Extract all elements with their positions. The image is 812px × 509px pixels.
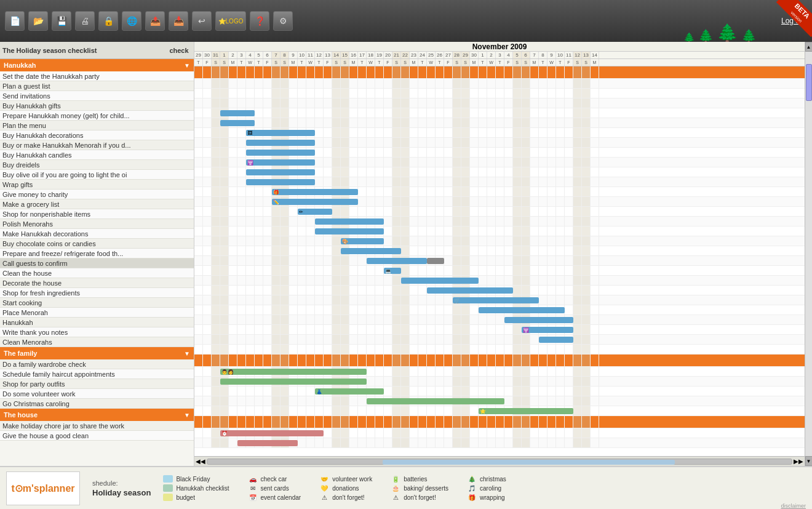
list-item[interactable]: Write thank you notes xyxy=(0,327,194,337)
list-item[interactable]: Set the date the Hanukkah party xyxy=(0,71,194,81)
gantt-cell xyxy=(324,396,332,406)
list-item[interactable]: Clean the house xyxy=(0,268,194,278)
list-item[interactable]: Shop for nonperishable items xyxy=(0,209,194,219)
app-logo[interactable]: t⊙m'splanner xyxy=(6,471,80,505)
gantt-cell xyxy=(418,325,427,334)
scroll-right-btn[interactable]: ▶▶ xyxy=(794,458,803,465)
settings-icon[interactable]: ⚙ xyxy=(273,11,293,31)
save-icon[interactable]: 💾 xyxy=(52,11,71,31)
list-item[interactable]: Buy or make Hanukkah Menorah if you d... xyxy=(0,140,194,150)
open-icon[interactable]: 📂 xyxy=(28,11,48,31)
list-item[interactable]: Buy dreidels xyxy=(0,160,194,170)
scroll-left-btn[interactable]: ◀◀ xyxy=(196,458,205,465)
list-item[interactable]: Wrap gifts xyxy=(0,180,194,190)
list-item[interactable]: Shop for fresh ingredients xyxy=(0,288,194,298)
gantt-cell xyxy=(410,66,418,78)
gantt-cell xyxy=(358,89,367,98)
gantt-cell xyxy=(444,377,453,386)
list-item[interactable]: Prepare Hanukkah money (gelt) for child.… xyxy=(0,111,194,121)
gantt-cell xyxy=(496,387,504,396)
gantt-bar xyxy=(220,379,367,385)
horizontal-scrollbar[interactable]: ◀◀ ▶▶ xyxy=(194,456,805,466)
legend-label: sent cards xyxy=(261,485,289,492)
gantt-cell xyxy=(573,345,582,354)
disclaimer-link[interactable]: disclaimer xyxy=(781,503,806,509)
gantt-cell xyxy=(556,377,565,386)
scroll-thumb[interactable] xyxy=(383,460,675,465)
section-family[interactable]: The family ▼ xyxy=(0,347,194,359)
print-icon[interactable]: 🖨 xyxy=(75,11,95,31)
gantt-cell xyxy=(565,396,573,406)
export-icon[interactable]: 📤 xyxy=(145,11,165,31)
list-item[interactable]: Prepare and freeze/ refrigerate food th.… xyxy=(0,249,194,259)
day-number-cell: 9 xyxy=(547,52,556,58)
gantt-cell xyxy=(324,416,332,428)
new-icon[interactable]: 📄 xyxy=(5,11,25,31)
gantt-cell xyxy=(591,377,599,386)
list-item[interactable]: Place Menorah xyxy=(0,308,194,318)
list-item[interactable]: Buy Hanukkah gifts xyxy=(0,101,194,111)
handshake-icon: 🤝 xyxy=(319,475,329,483)
help-icon[interactable]: ❓ xyxy=(250,11,269,31)
gantt-cell xyxy=(332,79,341,88)
gantt-cell xyxy=(410,438,418,447)
scroll-thumb[interactable] xyxy=(806,64,812,101)
day-number-cell: 16 xyxy=(349,52,358,58)
gantt-cell xyxy=(332,256,341,265)
section-hanukkah[interactable]: Hanukkah ▼ xyxy=(0,59,194,71)
gantt-cell xyxy=(556,158,565,167)
list-item[interactable]: Buy olive oil if you are going to light … xyxy=(0,170,194,180)
list-item[interactable]: Polish Menorahs xyxy=(0,219,194,229)
gantt-cell xyxy=(281,345,289,354)
import-icon[interactable]: 📥 xyxy=(169,11,188,31)
gantt-cell xyxy=(547,266,556,275)
gantt-cell xyxy=(573,276,582,285)
list-item[interactable]: Go Christmas caroling xyxy=(0,399,194,409)
list-item[interactable]: Make a grocery list xyxy=(0,199,194,209)
scroll-up-btn[interactable]: ▲ xyxy=(805,42,813,52)
list-item[interactable]: Give money to charity xyxy=(0,190,194,199)
gantt-cell xyxy=(582,256,591,265)
gantt-cell xyxy=(220,226,229,236)
gantt-cell xyxy=(470,367,479,376)
gantt-cell xyxy=(392,148,401,157)
gantt-cell xyxy=(306,335,315,344)
gantt-cell xyxy=(324,246,332,255)
list-item[interactable]: Call guests to confirm xyxy=(0,259,194,268)
section-house[interactable]: The house ▼ xyxy=(0,409,194,421)
list-item[interactable]: Plan a guest list xyxy=(0,81,194,91)
list-item[interactable]: Send invitations xyxy=(0,91,194,101)
tree-icon-large: 🌲 xyxy=(717,25,738,42)
undo-icon[interactable]: ↩ xyxy=(192,11,212,31)
list-item[interactable]: Shop for party outfits xyxy=(0,379,194,389)
gantt-cell xyxy=(358,148,367,157)
list-item[interactable]: Buy chocolate coins or candies xyxy=(0,239,194,249)
list-item[interactable]: Buy Hanukkah candles xyxy=(0,150,194,160)
list-item[interactable]: Plan the menu xyxy=(0,121,194,130)
share-icon[interactable]: 🌐 xyxy=(122,11,141,31)
list-item[interactable]: Make holiday chore jar to share the work xyxy=(0,421,194,431)
list-item[interactable]: Give the house a good clean xyxy=(0,431,194,441)
logo-icon[interactable]: ⭐LOGO xyxy=(215,11,246,31)
vertical-scrollbar[interactable]: ▲ ▼ xyxy=(805,42,812,466)
gantt-cell xyxy=(358,177,367,186)
gantt-cell xyxy=(358,266,367,275)
list-item[interactable]: Hanukkah xyxy=(0,318,194,327)
gantt-cell xyxy=(237,246,246,255)
list-item[interactable]: Do a family wardrobe check xyxy=(0,359,194,369)
list-item[interactable]: Start cooking xyxy=(0,298,194,308)
gantt-cell xyxy=(332,325,341,334)
lock-icon[interactable]: 🔒 xyxy=(98,11,118,31)
scroll-down-btn[interactable]: ▼ xyxy=(805,456,813,466)
gantt-cell xyxy=(306,355,315,366)
gantt-cell xyxy=(246,217,255,226)
list-item[interactable]: Do some volunteer work xyxy=(0,389,194,399)
gantt-cell xyxy=(401,98,410,108)
gantt-cell xyxy=(289,396,298,406)
list-item[interactable]: Decorate the house xyxy=(0,278,194,288)
list-item[interactable]: Schedule family haircut appointments xyxy=(0,369,194,379)
list-item[interactable]: Clean Menorahs xyxy=(0,337,194,347)
list-item[interactable]: Buy Hanukkah decorations xyxy=(0,130,194,140)
list-item[interactable]: Make Hanukkah decorations xyxy=(0,229,194,239)
gantt-cell xyxy=(573,396,582,406)
